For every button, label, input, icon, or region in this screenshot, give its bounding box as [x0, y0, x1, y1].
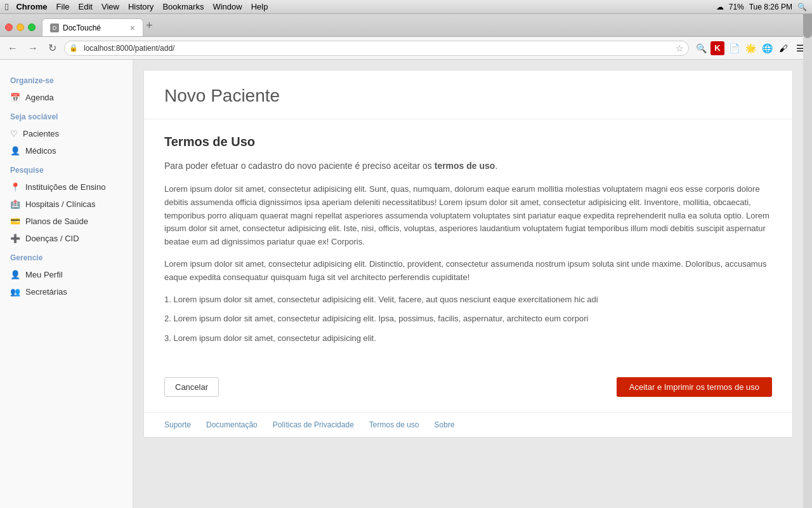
wifi-icon: ☁: [716, 3, 724, 11]
terms-body-2: Lorem ipsum dolor sit amet, consectetur …: [164, 258, 772, 284]
close-button[interactable]: [5, 23, 13, 31]
sidebar-item-doencas[interactable]: ➕ Doenças / CID: [0, 230, 133, 247]
health-plan-icon: 💳: [10, 217, 20, 226]
sidebar-item-medicos[interactable]: 👤 Médicos: [0, 142, 133, 159]
menubar-bookmarks[interactable]: Bookmarks: [162, 2, 204, 11]
maximize-button[interactable]: [28, 23, 36, 31]
sidebar-label-secretarias: Secretárias: [25, 287, 67, 297]
address-wrap: 🔒 ☆: [64, 41, 689, 56]
chrome-window: D DocTouché × + ← → ↻ 🔒 ☆ 🔍 K 📄 🌟 🌐 🖌 ☰ …: [0, 14, 812, 508]
k-extension-icon[interactable]: K: [710, 41, 724, 55]
terms-body-1: Lorem ipsum dolor sit amet, consectetur …: [164, 183, 772, 249]
sidebar: Organize-se 📅 Agenda Seja sociável ♡ Pac…: [0, 60, 133, 508]
doctor-icon: 👤: [10, 146, 20, 156]
clock: Tue 8:26 PM: [749, 3, 792, 11]
scrollbar-track[interactable]: [803, 60, 812, 508]
footer-link-termos[interactable]: Termos de uso: [369, 420, 419, 429]
toolbar-icons: 🔍 K 📄 🌟 🌐 🖌 ☰: [694, 41, 807, 55]
sidebar-label-perfil: Meu Perfil: [25, 270, 63, 279]
menubar-history[interactable]: History: [128, 2, 154, 11]
ext-icon-3[interactable]: 🌐: [760, 41, 774, 55]
terms-intro: Para poder efetuar o cadastro do novo pa…: [164, 159, 772, 173]
sidebar-item-planos[interactable]: 💳 Planos de Saúde: [0, 213, 133, 230]
terms-intro-bold: termos de uso: [435, 161, 495, 171]
content-card: Novo Paciente Termos de Uso Para poder e…: [143, 70, 793, 438]
search-icon[interactable]: 🔍: [797, 3, 807, 11]
tab-bar: D DocTouché × +: [0, 14, 812, 37]
reload-button[interactable]: ↻: [46, 41, 59, 55]
address-input[interactable]: [64, 41, 689, 56]
calendar-icon: 📅: [10, 93, 20, 102]
forward-button[interactable]: →: [25, 41, 41, 55]
button-section: Cancelar Aceitar e Imprimir os termos de…: [144, 367, 792, 412]
page-title-section: Novo Paciente: [144, 70, 792, 119]
battery-status: 71%: [729, 3, 744, 11]
sidebar-section-pesquise: Pesquise: [0, 159, 133, 178]
address-bar: ← → ↻ 🔒 ☆ 🔍 K 📄 🌟 🌐 🖌 ☰: [0, 37, 812, 60]
footer-link-documentacao[interactable]: Documentação: [206, 420, 258, 429]
apple-menu[interactable]: : [5, 1, 8, 12]
sidebar-label-pacientes: Pacientes: [23, 129, 59, 138]
footer-links: Suporte Documentação Políticas de Privac…: [144, 412, 792, 437]
minimize-button[interactable]: [16, 23, 24, 31]
sidebar-section-gerencie: Gerencie: [0, 247, 133, 266]
browser-content: Organize-se 📅 Agenda Seja sociável ♡ Pac…: [0, 60, 812, 508]
new-tab-button[interactable]: +: [146, 19, 153, 36]
lock-icon: 🔒: [69, 44, 78, 52]
menubar-edit[interactable]: Edit: [79, 2, 93, 11]
terms-intro-end: .: [495, 161, 497, 171]
terms-list-item-1: 1. Lorem ipsum dolor sit amet, consectet…: [164, 293, 772, 307]
sidebar-item-secretarias[interactable]: 👥 Secretárias: [0, 283, 133, 300]
page-title: Novo Paciente: [164, 86, 772, 106]
back-button[interactable]: ←: [5, 41, 20, 55]
sidebar-label-planos: Planos de Saúde: [25, 217, 88, 226]
footer-link-suporte[interactable]: Suporte: [164, 420, 191, 429]
sidebar-item-hospitais[interactable]: 🏥 Hospitais / Clínicas: [0, 196, 133, 213]
institution-icon: 📍: [10, 182, 20, 192]
menubar-file[interactable]: File: [56, 2, 70, 11]
sidebar-label-doencas: Doenças / CID: [25, 234, 79, 243]
ext-icon-1[interactable]: 📄: [727, 41, 741, 55]
menubar:  Chrome File Edit View History Bookmark…: [0, 0, 812, 14]
sidebar-item-instituicoes[interactable]: 📍 Instituições de Ensino: [0, 178, 133, 196]
accept-button[interactable]: Aceitar e Imprimir os termos de uso: [617, 377, 772, 397]
menubar-help[interactable]: Help: [251, 2, 268, 11]
footer-link-sobre[interactable]: Sobre: [435, 420, 455, 429]
tab-title: DocTouché: [63, 23, 101, 32]
main-panel: Novo Paciente Termos de Uso Para poder e…: [133, 60, 812, 508]
menubar-right: ☁ 71% Tue 8:26 PM 🔍: [716, 3, 807, 11]
tab-close-button[interactable]: ×: [130, 23, 135, 33]
sidebar-label-instituicoes: Instituições de Ensino: [25, 182, 105, 192]
search-toolbar-icon[interactable]: 🔍: [694, 41, 708, 55]
active-tab[interactable]: D DocTouché ×: [42, 18, 143, 36]
sidebar-label-medicos: Médicos: [25, 146, 56, 156]
sidebar-label-hospitais: Hospitais / Clínicas: [25, 199, 96, 209]
disease-icon: ➕: [10, 234, 20, 243]
ext-icon-4[interactable]: 🖌: [776, 41, 790, 55]
terms-section: Termos de Uso Para poder efetuar o cadas…: [144, 119, 792, 367]
patients-icon: ♡: [10, 129, 18, 138]
footer-link-privacidade[interactable]: Políticas de Privacidade: [273, 420, 354, 429]
terms-list-item-3: 3. Lorem ipsum dolor sit amet, consectet…: [164, 332, 772, 345]
menubar-chrome[interactable]: Chrome: [16, 2, 47, 11]
terms-heading: Termos de Uso: [164, 135, 772, 149]
bookmark-star-icon[interactable]: ☆: [676, 43, 684, 53]
sidebar-item-agenda[interactable]: 📅 Agenda: [0, 89, 133, 106]
sidebar-item-pacientes[interactable]: ♡ Pacientes: [0, 125, 133, 142]
sidebar-label-agenda: Agenda: [25, 93, 54, 102]
traffic-lights: [5, 23, 36, 36]
ext-icon-2[interactable]: 🌟: [743, 41, 757, 55]
terms-intro-plain: Para poder efetuar o cadastro do novo pa…: [164, 161, 435, 171]
terms-list-item-2: 2. Lorem ipsum dolor sit amet, consectet…: [164, 312, 772, 326]
secretaries-icon: 👥: [10, 287, 20, 297]
hospital-icon: 🏥: [10, 199, 20, 209]
cancel-button[interactable]: Cancelar: [164, 377, 219, 397]
sidebar-item-perfil[interactable]: 👤 Meu Perfil: [0, 266, 133, 283]
tab-favicon: D: [50, 23, 59, 32]
menubar-view[interactable]: View: [102, 2, 119, 11]
sidebar-section-organize: Organize-se: [0, 70, 133, 89]
menubar-window[interactable]: Window: [213, 2, 242, 11]
sidebar-section-social: Seja sociável: [0, 106, 133, 125]
profile-icon: 👤: [10, 270, 20, 279]
